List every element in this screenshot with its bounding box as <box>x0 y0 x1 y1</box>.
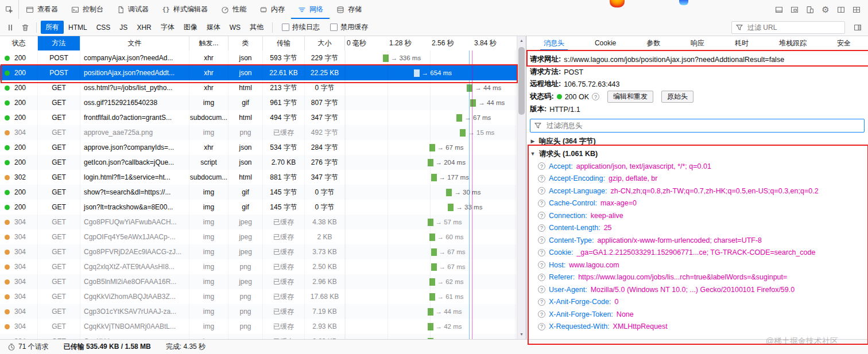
headers-filter-input[interactable] <box>545 121 861 130</box>
filter-pill-1[interactable]: HTML <box>64 22 92 33</box>
request-headers-section[interactable]: 请求头 (1.061 KB) <box>530 147 865 160</box>
request-row[interactable]: 304GETCgqKkViZhomABQJtAAB3Z...imgpng已缓存1… <box>0 289 517 304</box>
scrollbar-thumb[interactable] <box>518 47 525 115</box>
column-header-type[interactable]: 类 <box>228 36 263 50</box>
column-header-cause[interactable]: 触发... <box>189 36 228 50</box>
scroll-down-icon[interactable] <box>517 330 526 339</box>
question-icon[interactable] <box>538 310 545 318</box>
request-row[interactable]: 200POSTcompanyAjax.json?needAd...xhrjson… <box>0 50 517 65</box>
column-header-timeline[interactable]: 0 毫秒1.28 秒2.56 秒3.84 秒5 <box>345 36 526 50</box>
question-icon[interactable] <box>538 224 545 232</box>
question-icon[interactable] <box>538 162 545 170</box>
column-header-file[interactable]: 文件 <box>80 36 189 50</box>
request-row[interactable]: 304GETapprove_aae725a.pngimgpng已缓存492 字节… <box>0 125 517 140</box>
devtools-tab-network[interactable]: 网络 <box>291 0 330 19</box>
pick-element-button[interactable] <box>0 0 19 19</box>
toggle-details-pane-button[interactable] <box>851 21 865 34</box>
edit-resend-button[interactable]: 编辑和重发 <box>607 91 653 103</box>
question-icon[interactable] <box>538 175 545 182</box>
question-icon[interactable] <box>538 274 545 281</box>
column-header-size[interactable]: 大小 <box>305 36 345 50</box>
request-row[interactable]: 200GEToss.gif?1529216540238imggif961 字节8… <box>0 95 517 110</box>
split-panel-icon[interactable] <box>835 4 847 15</box>
question-icon[interactable] <box>538 236 545 244</box>
question-icon[interactable] <box>592 93 599 100</box>
question-icon[interactable] <box>538 323 545 330</box>
filter-pill-5[interactable]: 字体 <box>156 21 179 34</box>
details-tab-response[interactable]: 响应 <box>687 36 708 50</box>
status-warn-dot-icon <box>5 175 10 180</box>
question-icon[interactable] <box>538 286 545 293</box>
request-row[interactable]: 304GETCgo8PFUQwYiAFwubAACH...imgjpeg已缓存4… <box>0 215 517 229</box>
dock-bottom-icon[interactable] <box>773 4 785 15</box>
toolbar-checkbox-1[interactable]: 禁用缓存 <box>330 22 368 32</box>
filter-pill-3[interactable]: JS <box>115 22 132 33</box>
response-headers-section[interactable]: 响应头 (364 字节) <box>530 135 865 147</box>
request-method-value: POST <box>564 68 583 76</box>
request-row[interactable]: 200GETapprove.json?companyIds=...xhrjson… <box>0 140 517 155</box>
request-row[interactable]: 200GETfrontflfail.do?action=grantS...sub… <box>0 110 517 125</box>
details-tab-cookies[interactable]: Cookie <box>591 36 619 50</box>
cause-cell: img <box>189 125 228 140</box>
raw-headers-button[interactable]: 原始头 <box>661 91 693 103</box>
filter-pill-6[interactable]: 图像 <box>179 21 202 34</box>
waterfall-cell: → 67 ms <box>345 259 517 274</box>
request-row[interactable]: 200GETshow?t=search&dl=https://...imggif… <box>0 185 517 200</box>
pause-button[interactable] <box>3 21 17 34</box>
frames-icon[interactable] <box>789 4 800 15</box>
column-header-transferred[interactable]: 传输 <box>263 36 305 50</box>
cause-cell: img <box>189 200 228 215</box>
filter-pill-2[interactable]: CSS <box>92 22 115 33</box>
performance-analysis-button[interactable] <box>5 341 18 353</box>
question-icon[interactable] <box>538 261 545 269</box>
url-filter-input[interactable] <box>746 23 842 32</box>
devtools-tab-debugger[interactable]: 调试器 <box>110 0 155 19</box>
request-row[interactable]: 304GETCgpOIFq4Y5eAWx1JAACp-...imgjpeg已缓存… <box>0 229 517 244</box>
request-row[interactable]: 200GETjson?lt=trackshow&a=8E00...imggif1… <box>0 200 517 215</box>
devtools-tab-memory[interactable]: 内存 <box>253 0 291 19</box>
request-row[interactable]: 200POSTpositionAjax.json?needAddt...xhrj… <box>0 65 517 80</box>
details-tab-stacktrace[interactable]: 堆栈跟踪 <box>776 36 810 50</box>
devtools-tab-storage[interactable]: 存储 <box>330 0 368 19</box>
question-icon[interactable] <box>538 249 545 256</box>
waterfall-cell: → 39 ms <box>345 334 517 339</box>
request-row[interactable]: 304GETCgqKkV...imgpng已缓存2.60 KB→ 39 ms <box>0 334 517 339</box>
request-row[interactable]: 304GETCgoB5lnMl2iAe8OFAAA16R...imgjpeg已缓… <box>0 274 517 289</box>
request-row[interactable]: 302GETlogin.html?fl=1&service=ht...subdo… <box>0 170 517 185</box>
request-row[interactable]: 200GETgetIcon.json?callback=jQue...scrip… <box>0 155 517 170</box>
devtools-tab-styleeditor[interactable]: {}样式编辑器 <box>155 0 214 19</box>
question-icon[interactable] <box>538 212 545 219</box>
toolbar-checkbox-0[interactable]: 持续日志 <box>282 22 320 32</box>
devtools-tab-console[interactable]: 控制台 <box>64 0 110 19</box>
devtools-tab-performance[interactable]: 性能 <box>214 0 253 19</box>
details-tab-headers[interactable]: 消息头 <box>540 36 568 50</box>
scroll-up-icon[interactable] <box>517 36 526 45</box>
grid-icon[interactable] <box>851 4 862 15</box>
devtools-tab-inspector[interactable]: 查看器 <box>19 0 64 19</box>
transferred-cell: 22.61 KB <box>263 65 305 80</box>
column-header-method[interactable]: 方法 <box>38 36 80 50</box>
details-tab-timings[interactable]: 耗时 <box>731 36 752 50</box>
responsive-icon[interactable] <box>804 4 816 15</box>
header-line: Accept-Language:zh-CN,zh;q=0.8,zh-TW;q=0… <box>530 185 865 197</box>
question-icon[interactable] <box>538 200 545 207</box>
settings-gear-icon[interactable]: ⚙ <box>820 4 831 15</box>
waterfall-cell: → 44 ms <box>345 304 517 319</box>
status-code: 200 <box>14 54 26 62</box>
request-row[interactable]: 304GETCgqKkVjTNBOAMRj0AABtL...imgpng已缓存2… <box>0 319 517 334</box>
question-icon[interactable] <box>538 187 545 194</box>
request-row[interactable]: 304GETCgq2xlqXtZ-ATE9tAAAsHI8...imgpng已缓… <box>0 259 517 274</box>
details-tab-params[interactable]: 参数 <box>643 36 664 50</box>
request-row[interactable]: 200GEToss.html?u=/jobs/list_pytho...xhrh… <box>0 80 517 95</box>
details-tab-security[interactable]: 安全 <box>834 36 854 50</box>
filter-pill-8[interactable]: WS <box>225 22 245 33</box>
filter-pill-7[interactable]: 媒体 <box>202 21 225 34</box>
question-icon[interactable] <box>538 298 545 306</box>
filter-pill-9[interactable]: 其他 <box>245 21 268 34</box>
request-row[interactable]: 304GETCgo8PFVRjD2AEc9lAACG-zJ...imgjpeg已… <box>0 244 517 259</box>
filter-pill-4[interactable]: XHR <box>132 22 156 33</box>
filter-pill-0[interactable]: 所有 <box>41 21 64 34</box>
request-row[interactable]: 304GETCgp3O1cYtKSAV7rUAAJ-za...imgpng已缓存… <box>0 304 517 319</box>
clear-requests-button[interactable] <box>18 21 32 34</box>
column-header-status[interactable]: 状态 <box>0 36 38 50</box>
